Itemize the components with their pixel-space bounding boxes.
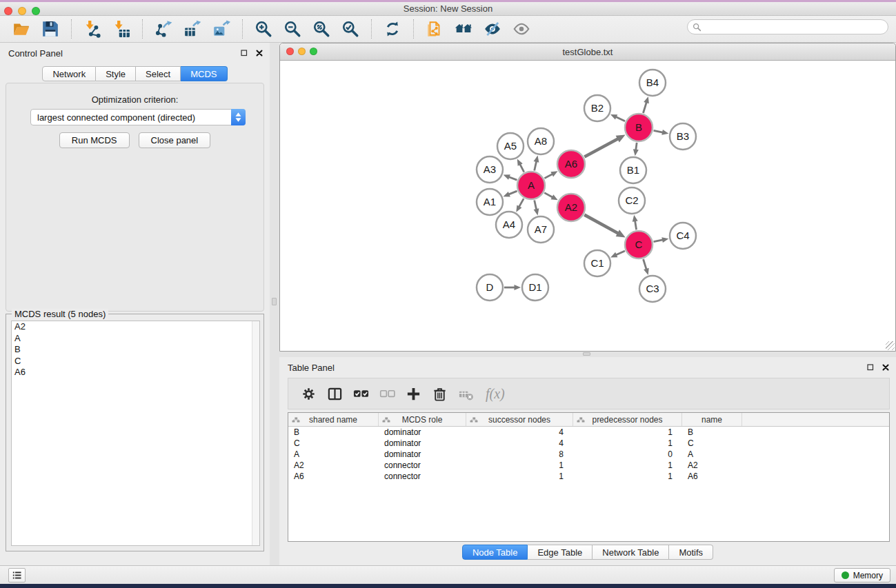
export-image-icon[interactable] bbox=[211, 19, 232, 39]
refresh-icon[interactable] bbox=[382, 19, 403, 39]
export-table-icon[interactable] bbox=[182, 19, 203, 39]
mcds-result-item[interactable]: C bbox=[12, 356, 259, 367]
column-header-predecessor-nodes[interactable]: predecessor nodes bbox=[573, 413, 682, 426]
graph-edge-A2-C[interactable] bbox=[584, 215, 625, 238]
houses-icon[interactable] bbox=[453, 19, 474, 39]
import-table-icon[interactable] bbox=[111, 19, 132, 39]
graph-edge-A-A3[interactable] bbox=[504, 174, 517, 180]
close-table-panel-icon[interactable] bbox=[881, 363, 890, 372]
graph-node-B[interactable]: B bbox=[625, 114, 653, 141]
zoom-fit-icon[interactable] bbox=[311, 19, 332, 39]
graph-node-D1[interactable]: D1 bbox=[522, 274, 548, 301]
tab-mcds[interactable]: MCDS bbox=[181, 66, 227, 81]
graph-node-B3[interactable]: B3 bbox=[670, 123, 696, 150]
checked-boxes-icon[interactable] bbox=[350, 383, 371, 404]
table-row[interactable]: Adominator80A bbox=[288, 449, 889, 460]
graph-node-C4[interactable]: C4 bbox=[670, 223, 696, 249]
graph-node-C1[interactable]: C1 bbox=[584, 250, 610, 276]
graph-node-C3[interactable]: C3 bbox=[639, 276, 666, 302]
gear-icon[interactable] bbox=[298, 383, 319, 404]
minimize-traffic-light[interactable] bbox=[18, 7, 26, 15]
save-session-icon[interactable] bbox=[40, 19, 61, 39]
graph-node-B4[interactable]: B4 bbox=[639, 70, 666, 96]
graph-node-A4[interactable]: A4 bbox=[496, 212, 522, 238]
graph-node-A2[interactable]: A2 bbox=[557, 194, 585, 221]
tab-node-table[interactable]: Node Table bbox=[462, 545, 528, 560]
graph-node-A1[interactable]: A1 bbox=[477, 189, 503, 215]
graph-edge-C-C1[interactable] bbox=[610, 251, 625, 257]
column-header-shared-name[interactable]: shared name bbox=[288, 413, 379, 426]
graph-node-A6[interactable]: A6 bbox=[557, 150, 585, 178]
search-input[interactable] bbox=[704, 21, 888, 33]
graph-edge-A-A1[interactable] bbox=[503, 191, 517, 196]
network-close-traffic-light[interactable] bbox=[286, 48, 294, 55]
graph-node-C2[interactable]: C2 bbox=[619, 187, 645, 214]
graph-edge-A-A5[interactable] bbox=[517, 159, 524, 172]
doc-share-icon[interactable] bbox=[424, 19, 445, 39]
graph-node-A8[interactable]: A8 bbox=[528, 128, 554, 154]
graph-edge-A6-B[interactable] bbox=[584, 134, 625, 156]
tab-select[interactable]: Select bbox=[136, 66, 181, 81]
graph-node-A7[interactable]: A7 bbox=[528, 216, 554, 243]
table-row[interactable]: A2connector11A2 bbox=[288, 460, 889, 471]
zoom-out-icon[interactable] bbox=[282, 19, 303, 39]
split-columns-icon[interactable] bbox=[324, 383, 345, 404]
graph-edge-C-C3[interactable] bbox=[644, 259, 649, 275]
network-minimize-traffic-light[interactable] bbox=[298, 48, 306, 55]
zoom-in-icon[interactable] bbox=[253, 19, 274, 39]
mcds-result-item[interactable]: A2 bbox=[12, 321, 259, 333]
graph-node-A3[interactable]: A3 bbox=[477, 156, 503, 183]
vertical-split-handle[interactable] bbox=[272, 298, 277, 305]
tab-network-table[interactable]: Network Table bbox=[593, 545, 669, 560]
eye-icon[interactable] bbox=[511, 19, 532, 39]
mcds-result-item[interactable]: A bbox=[12, 333, 259, 345]
tab-motifs[interactable]: Motifs bbox=[669, 545, 713, 560]
graph-edge-A-A2[interactable] bbox=[544, 193, 557, 201]
trash-icon[interactable] bbox=[429, 383, 450, 404]
graph-node-C[interactable]: C bbox=[625, 231, 653, 258]
mcds-result-item[interactable]: A6 bbox=[12, 367, 259, 378]
zoom-traffic-light[interactable] bbox=[32, 7, 40, 15]
graph-edge-B-B3[interactable] bbox=[654, 130, 669, 135]
float-panel-icon[interactable] bbox=[239, 48, 249, 58]
graph-edge-A-A8[interactable] bbox=[534, 156, 539, 171]
graph-node-B1[interactable]: B1 bbox=[620, 157, 646, 183]
close-panel-icon[interactable] bbox=[255, 48, 264, 58]
window-resize-grip[interactable] bbox=[886, 341, 895, 350]
open-session-icon[interactable] bbox=[11, 19, 32, 39]
task-history-button[interactable] bbox=[8, 568, 26, 582]
table-row[interactable]: Bdominator41B bbox=[288, 427, 889, 438]
network-zoom-traffic-light[interactable] bbox=[310, 48, 317, 55]
mcds-result-list[interactable]: A2ABCA6 bbox=[11, 321, 260, 546]
close-traffic-light[interactable] bbox=[4, 7, 12, 15]
graph-node-B2[interactable]: B2 bbox=[584, 95, 610, 121]
graph-node-D[interactable]: D bbox=[477, 274, 503, 301]
graph-edge-C-C4[interactable] bbox=[654, 237, 669, 243]
add-icon[interactable] bbox=[403, 383, 424, 404]
column-header-MCDS-role[interactable]: MCDS role bbox=[379, 413, 466, 426]
graph-edge-C-C2[interactable] bbox=[633, 215, 638, 230]
table-row[interactable]: A6connector11A6 bbox=[288, 471, 889, 482]
float-table-panel-icon[interactable] bbox=[866, 363, 875, 372]
graph-node-A[interactable]: A bbox=[517, 172, 545, 199]
export-network-icon[interactable] bbox=[153, 19, 174, 39]
column-header-name[interactable]: name bbox=[682, 413, 742, 426]
eye-slash-icon[interactable] bbox=[482, 19, 503, 39]
import-network-icon[interactable] bbox=[82, 19, 103, 39]
graph-edge-A-A6[interactable] bbox=[544, 171, 557, 178]
graph-edge-A-A4[interactable] bbox=[516, 199, 524, 212]
graph-edge-A-A7[interactable] bbox=[534, 200, 539, 215]
graph-edge-B-B2[interactable] bbox=[610, 114, 625, 121]
network-canvas[interactable]: B4B2BB3A8A5A6A3B1AC2A1A2A4A7C4CC1C3DD1 bbox=[280, 61, 895, 351]
criterion-dropdown[interactable]: largest connected component (directed) bbox=[30, 109, 246, 125]
run-mcds-button[interactable]: Run MCDS bbox=[59, 132, 130, 148]
tab-style[interactable]: Style bbox=[96, 66, 136, 81]
graph-edge-B-B4[interactable] bbox=[643, 97, 648, 113]
zoom-selected-icon[interactable] bbox=[340, 19, 361, 39]
unchecked-boxes-icon[interactable] bbox=[377, 383, 397, 404]
graph-node-A5[interactable]: A5 bbox=[497, 133, 524, 159]
graph-edge-B-B1[interactable] bbox=[633, 143, 639, 156]
mcds-result-item[interactable]: B bbox=[12, 344, 259, 356]
search-box[interactable] bbox=[687, 19, 888, 34]
column-header-successor-nodes[interactable]: successor nodes bbox=[466, 413, 573, 426]
